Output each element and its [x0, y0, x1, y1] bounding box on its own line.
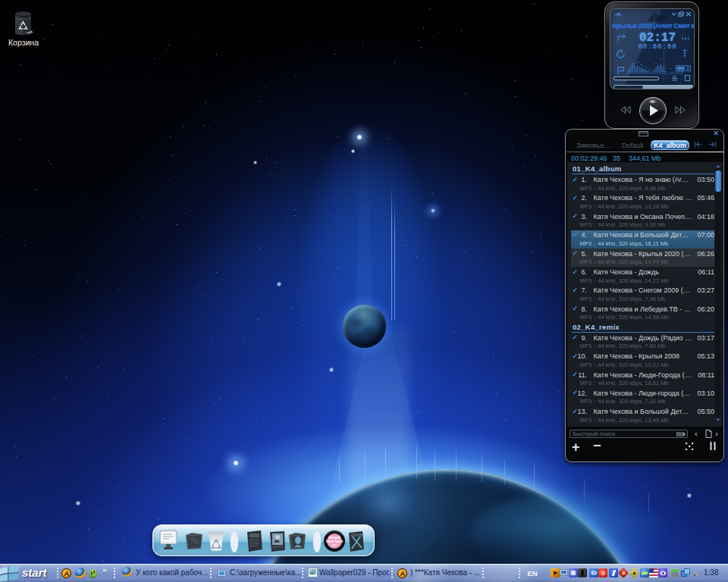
svg-text:me!: me! [331, 543, 337, 547]
